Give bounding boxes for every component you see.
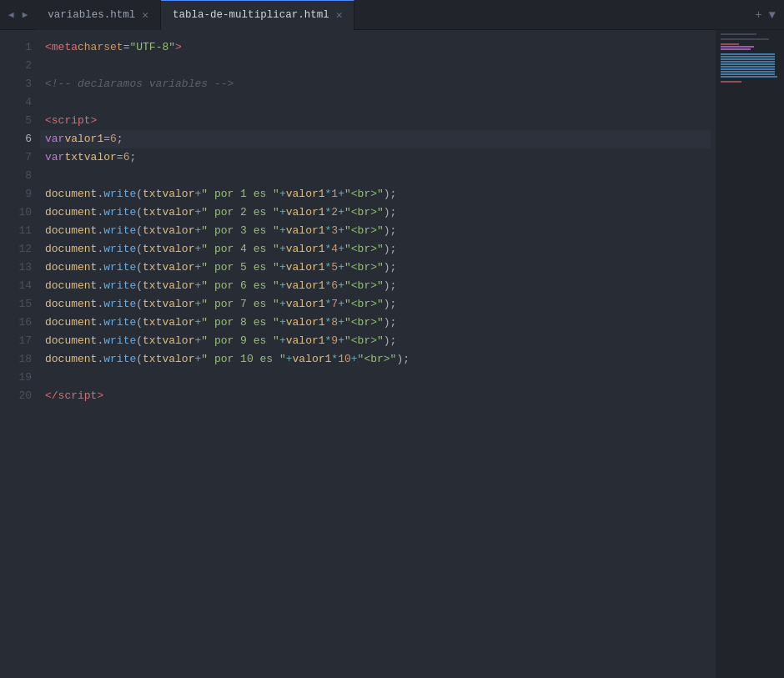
line-num-13: 13 (0, 259, 32, 277)
code-line-18: document.write(txtvalor +" por 10 es " +… (45, 350, 716, 369)
minimap-content (721, 33, 781, 83)
code-line-16: document.write(txtvalor +" por 8 es " + … (45, 314, 716, 332)
line-num-7: 7 (0, 148, 32, 167)
editor-container: 1 2 3 4 5 6 7 8 9 10 11 12 13 14 15 16 1… (0, 30, 784, 678)
minimap (716, 30, 784, 678)
nav-forward-icon[interactable]: ▶ (19, 9, 32, 20)
code-line-4 (45, 93, 716, 112)
line-num-2: 2 (0, 57, 32, 75)
line-numbers: 1 2 3 4 5 6 7 8 9 10 11 12 13 14 15 16 1… (0, 30, 40, 678)
code-line-2 (45, 57, 716, 75)
code-line-6: var valor1=6; (40, 130, 711, 148)
line-num-17: 17 (0, 332, 32, 350)
code-line-9: document.write(txtvalor +" por 1 es " + … (45, 185, 716, 203)
code-line-19 (45, 369, 716, 387)
code-line-8 (45, 167, 716, 185)
code-line-12: document.write(txtvalor +" por 4 es " + … (45, 240, 716, 259)
code-line-3: <!-- declaramos variables --> (45, 75, 716, 93)
line-num-11: 11 (0, 222, 32, 240)
code-line-13: document.write(txtvalor +" por 5 es " + … (45, 259, 716, 277)
line-num-18: 18 (0, 350, 32, 369)
line-num-12: 12 (0, 240, 32, 259)
line-num-9: 9 (0, 185, 32, 203)
close-tab-tabla-icon[interactable]: ✕ (336, 8, 343, 22)
line-num-14: 14 (0, 277, 32, 295)
line-num-19: 19 (0, 369, 32, 387)
tab-tabla[interactable]: tabla-de-multiplicar.html ✕ (161, 0, 354, 30)
tab-bar-right-actions: + ▼ (746, 8, 784, 22)
code-line-15: document.write(txtvalor +" por 7 es " + … (45, 295, 716, 314)
tab-variables[interactable]: variables.html ✕ (36, 0, 161, 30)
tab-nav-left[interactable]: ◀ ▶ (0, 9, 36, 20)
nav-back-icon[interactable]: ◀ (5, 9, 18, 20)
tab-label-tabla: tabla-de-multiplicar.html (173, 9, 329, 21)
code-line-10: document.write(txtvalor +" por 2 es " + … (45, 203, 716, 222)
code-line-20: </script> (45, 387, 716, 405)
tab-bar: ◀ ▶ variables.html ✕ tabla-de-multiplica… (0, 0, 784, 30)
code-line-5: <script> (45, 112, 716, 130)
code-line-1: <meta charset="UTF-8"> (45, 38, 716, 57)
code-line-17: document.write(txtvalor +" por 9 es " + … (45, 332, 716, 350)
code-line-7: var txtvalor=6; (45, 148, 716, 167)
line-num-4: 4 (0, 93, 32, 112)
line-num-10: 10 (0, 203, 32, 222)
new-tab-icon[interactable]: + (755, 8, 761, 22)
tab-list-icon[interactable]: ▼ (769, 8, 776, 22)
code-line-14: document.write(txtvalor +" por 6 es " + … (45, 277, 716, 295)
line-num-6: 6 (0, 130, 32, 148)
close-tab-variables-icon[interactable]: ✕ (142, 8, 148, 22)
line-num-20: 20 (0, 387, 32, 405)
line-num-3: 3 (0, 75, 32, 93)
line-num-15: 15 (0, 295, 32, 314)
code-line-11: document.write(txtvalor +" por 3 es " + … (45, 222, 716, 240)
code-editor[interactable]: <meta charset="UTF-8"> <!-- declaramos v… (40, 30, 716, 678)
line-num-16: 16 (0, 314, 32, 332)
line-num-5: 5 (0, 112, 32, 130)
tab-label-variables: variables.html (48, 9, 135, 21)
line-num-1: 1 (0, 38, 32, 57)
line-num-8: 8 (0, 167, 32, 185)
